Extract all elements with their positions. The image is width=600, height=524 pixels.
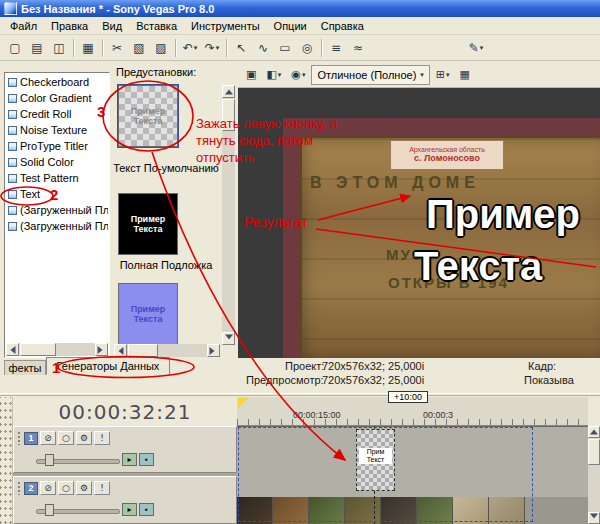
track-fx-button[interactable]: !: [94, 481, 110, 495]
filmstrip-frame[interactable]: [273, 497, 309, 524]
slider-thumb[interactable]: [45, 454, 54, 466]
filmstrip-frame[interactable]: [345, 497, 381, 524]
scroll-left-icon[interactable]: [114, 344, 127, 357]
track-level-slider[interactable]: [36, 454, 120, 466]
preset-thumb-text-default[interactable]: Пример Текста: [118, 85, 178, 147]
track-grip-icon[interactable]: [17, 481, 22, 495]
menu-view[interactable]: Вид: [95, 18, 129, 34]
filmstrip-frame[interactable]: [309, 497, 345, 524]
envelope-tool-icon: ∿: [258, 41, 268, 55]
envelope-tool-button[interactable]: ∿: [252, 37, 274, 59]
overlay-select-button[interactable]: ◉▾: [287, 65, 309, 85]
menu-tools[interactable]: Инструменты: [184, 18, 267, 34]
dragged-text-event[interactable]: Прим Текст: [356, 429, 395, 491]
scroll-left-icon[interactable]: [6, 343, 19, 356]
cut-button[interactable]: ✂: [106, 37, 128, 59]
auto-ripple-button[interactable]: ≈: [347, 37, 369, 59]
presets-hscrollbar[interactable]: [114, 344, 220, 357]
filmstrip-frame[interactable]: [237, 497, 273, 524]
scroll-thumb[interactable]: [588, 439, 600, 465]
track-motion-button[interactable]: ▪: [139, 503, 154, 516]
selection-tool-button[interactable]: ▭: [274, 37, 296, 59]
open-project-button[interactable]: ▤: [26, 37, 48, 59]
slider-thumb[interactable]: [45, 504, 54, 516]
generator-item-credit-roll[interactable]: Credit Roll: [6, 106, 108, 122]
script-editor-button[interactable]: ✎▾: [465, 37, 487, 59]
new-project-button[interactable]: ▢: [4, 37, 26, 59]
track-fx-button[interactable]: !: [94, 431, 110, 445]
marker-triangle-icon[interactable]: [238, 398, 248, 408]
generator-item-color-gradient[interactable]: Color Gradient: [6, 90, 108, 106]
track-number-badge: 1: [24, 432, 38, 445]
compositing-mode-button[interactable]: ▸: [122, 503, 137, 516]
compositing-mode-button[interactable]: ▸: [122, 453, 137, 466]
save-project-button[interactable]: ◫: [48, 37, 70, 59]
menu-edit[interactable]: Правка: [44, 18, 95, 34]
splitter[interactable]: [0, 393, 600, 396]
mute-button[interactable]: ⊘: [40, 431, 56, 445]
track-level-slider[interactable]: [36, 504, 120, 516]
scroll-right-icon[interactable]: [207, 344, 220, 357]
generator-icon: [8, 222, 17, 231]
scroll-thumb[interactable]: [128, 344, 158, 357]
scroll-down-icon[interactable]: [588, 512, 600, 524]
timeline-vscrollbar[interactable]: [588, 426, 600, 524]
timecode-display[interactable]: 00:00:32:21: [13, 397, 237, 426]
generator-item-loaded-plugin-1[interactable]: (Загруженный Пл: [6, 202, 108, 218]
generator-item-protype-titler[interactable]: ProType Titler: [6, 138, 108, 154]
normal-edit-tool-button[interactable]: ↖: [230, 37, 252, 59]
copy-button[interactable]: ▧: [128, 37, 150, 59]
preview-settings-button[interactable]: ▣: [242, 65, 260, 85]
scroll-right-icon[interactable]: [95, 343, 108, 356]
project-properties-button[interactable]: ▦: [77, 37, 99, 59]
generator-item-solid-color[interactable]: Solid Color: [6, 154, 108, 170]
preview-quality-dropdown[interactable]: Отличное (Полное) ▾: [311, 65, 429, 85]
track-motion-button[interactable]: ▪: [139, 453, 154, 466]
automation-button[interactable]: ⚙: [76, 481, 92, 495]
generator-item-text[interactable]: Text: [6, 186, 108, 202]
generator-item-loaded-plugin-2[interactable]: (Загруженный Пл: [6, 218, 108, 234]
project-label: Проект:: [285, 360, 324, 372]
video-preview-display[interactable]: Архангельская область с. Ломоносово В ЭТ…: [238, 88, 600, 358]
zoom-tool-button[interactable]: ◎: [296, 37, 318, 59]
menu-insert[interactable]: Вставка: [129, 18, 184, 34]
tab-media-generators[interactable]: Генераторы Данных: [46, 357, 170, 375]
scroll-up-icon[interactable]: [588, 426, 600, 438]
generator-item-test-pattern[interactable]: Test Pattern: [6, 170, 108, 186]
filmstrip-frame[interactable]: [381, 497, 417, 524]
split-screen-button[interactable]: ◧▾: [262, 65, 285, 85]
tab-effects[interactable]: фекты: [4, 360, 46, 375]
generator-item-noise-texture[interactable]: Noise Texture: [6, 122, 108, 138]
generators-hscrollbar[interactable]: [6, 343, 108, 356]
filmstrip-frame[interactable]: [489, 497, 525, 524]
track-grip-icon[interactable]: [17, 431, 22, 445]
title-bar[interactable]: Без Названия * - Sony Vegas Pro 8.0: [0, 0, 600, 17]
menu-options[interactable]: Опции: [267, 18, 314, 34]
dock-grip[interactable]: [0, 397, 13, 524]
scroll-thumb[interactable]: [222, 99, 235, 131]
scroll-thumb[interactable]: [20, 343, 56, 356]
menu-file[interactable]: Файл: [3, 18, 44, 34]
undo-button[interactable]: ↶▾: [179, 37, 201, 59]
grid-overlay-button[interactable]: ⊞▾: [432, 65, 454, 85]
mute-button[interactable]: ⊘: [40, 481, 56, 495]
video-event-filmstrip[interactable]: [237, 497, 588, 524]
solo-button[interactable]: ○: [58, 481, 74, 495]
scroll-down-icon[interactable]: [222, 332, 235, 345]
menu-help[interactable]: Справка: [314, 18, 371, 34]
preset-thumb-full-matte[interactable]: Пример Текста: [118, 193, 178, 255]
safe-area-button[interactable]: ▦: [456, 65, 474, 85]
filmstrip-frame[interactable]: [417, 497, 453, 524]
presets-vscrollbar[interactable]: [222, 85, 235, 345]
paste-button[interactable]: ▨: [150, 37, 172, 59]
track-header-2[interactable]: 2 ⊘ ○ ⚙ ! ▸ ▪: [13, 476, 237, 524]
redo-button[interactable]: ↷▾: [201, 37, 223, 59]
enable-snapping-button[interactable]: ≡: [325, 37, 347, 59]
filmstrip-frame[interactable]: [453, 497, 489, 524]
automation-button[interactable]: ⚙: [76, 431, 92, 445]
preset-thumb-blue[interactable]: Пример Текста: [118, 283, 178, 345]
generator-item-checkerboard[interactable]: Checkerboard: [6, 74, 108, 90]
scroll-up-icon[interactable]: [222, 85, 235, 98]
solo-button[interactable]: ○: [58, 431, 74, 445]
track-header-1[interactable]: 1 ⊘ ○ ⚙ ! ▸ ▪: [13, 426, 237, 473]
